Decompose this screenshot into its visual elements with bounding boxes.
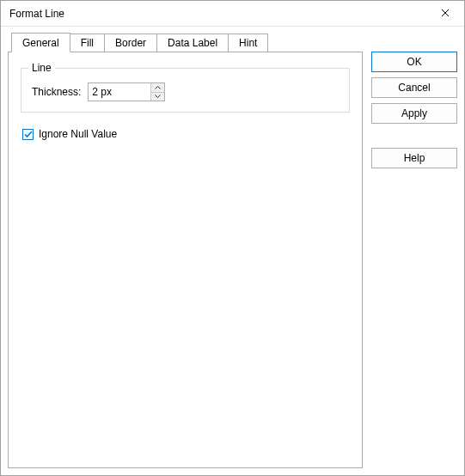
- ignore-null-row: Ignore Null Value: [22, 128, 350, 140]
- thickness-row: Thickness:: [32, 82, 339, 101]
- tab-general[interactable]: General: [11, 33, 70, 52]
- checkmark-icon: [24, 131, 33, 138]
- button-column: OK Cancel Apply Help: [371, 52, 457, 468]
- groupbox-title: Line: [28, 62, 55, 74]
- thickness-input[interactable]: [89, 83, 150, 101]
- button-gap: [371, 129, 457, 143]
- thickness-label: Thickness:: [32, 86, 81, 98]
- dialog-body: General Fill Border Data Label Hint Line…: [1, 27, 464, 475]
- ignore-null-checkbox[interactable]: [22, 129, 34, 140]
- tab-fill[interactable]: Fill: [70, 34, 105, 52]
- tab-label: General: [22, 37, 59, 49]
- tab-label: Hint: [239, 37, 257, 49]
- format-line-dialog: Format Line General Fill Border Data Lab…: [0, 0, 465, 476]
- line-groupbox: Line Thickness:: [21, 68, 350, 113]
- spinner-buttons: [150, 83, 164, 101]
- tab-area: General Fill Border Data Label Hint Line…: [8, 32, 363, 468]
- tab-label: Border: [115, 37, 146, 49]
- tab-panel-general: Line Thickness:: [8, 52, 363, 468]
- close-button[interactable]: [426, 1, 464, 27]
- tab-label: Fill: [81, 37, 94, 49]
- tab-border[interactable]: Border: [104, 34, 157, 52]
- spinner-up-button[interactable]: [151, 83, 164, 93]
- tabstrip: General Fill Border Data Label Hint: [11, 32, 363, 52]
- titlebar: Format Line: [1, 1, 464, 27]
- cancel-button[interactable]: Cancel: [371, 77, 457, 98]
- thickness-spinner[interactable]: [88, 82, 165, 101]
- apply-button[interactable]: Apply: [371, 103, 457, 124]
- chevron-down-icon: [155, 95, 161, 98]
- help-button[interactable]: Help: [371, 148, 457, 168]
- tab-label: Data Label: [168, 37, 217, 49]
- spinner-down-button[interactable]: [151, 93, 164, 101]
- window-title: Format Line: [9, 8, 64, 20]
- tab-hint[interactable]: Hint: [228, 34, 268, 52]
- chevron-up-icon: [155, 86, 161, 89]
- tab-data-label[interactable]: Data Label: [156, 34, 229, 52]
- ok-button[interactable]: OK: [371, 52, 457, 72]
- ignore-null-label[interactable]: Ignore Null Value: [39, 128, 117, 140]
- close-icon: [441, 8, 450, 20]
